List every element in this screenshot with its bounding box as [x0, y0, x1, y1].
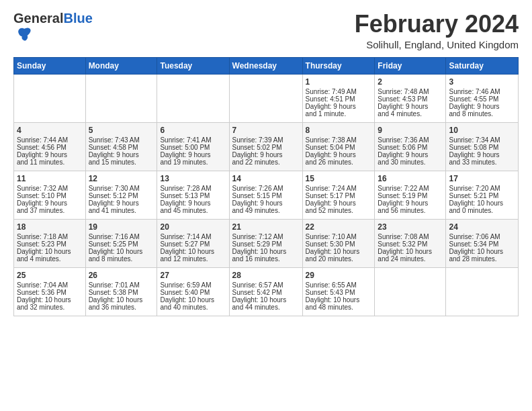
- calendar-cell: 16Sunrise: 7:22 AMSunset: 5:19 PMDayligh…: [375, 171, 446, 219]
- day-info: Sunset: 5:25 PM: [89, 240, 154, 248]
- day-info: Daylight: 10 hours: [232, 296, 300, 304]
- day-number: 18: [17, 222, 83, 232]
- day-info: Sunrise: 6:57 AM: [232, 281, 300, 289]
- day-info: Sunrise: 7:46 AM: [449, 88, 515, 95]
- calendar-cell: 24Sunrise: 7:06 AMSunset: 5:34 PMDayligh…: [446, 219, 519, 267]
- day-info: Daylight: 9 hours: [378, 199, 443, 207]
- calendar-cell: 2Sunrise: 7:48 AMSunset: 4:53 PMDaylight…: [375, 74, 446, 122]
- calendar-cell: 23Sunrise: 7:08 AMSunset: 5:32 PMDayligh…: [375, 219, 446, 267]
- day-info: Daylight: 9 hours: [306, 199, 372, 207]
- day-info: Sunrise: 7:44 AM: [17, 136, 83, 144]
- day-info: Sunset: 5:27 PM: [160, 240, 226, 248]
- calendar-body: 1Sunrise: 7:49 AMSunset: 4:51 PMDaylight…: [14, 74, 519, 316]
- calendar-cell: 1Sunrise: 7:49 AMSunset: 4:51 PMDaylight…: [302, 74, 375, 122]
- day-info: Daylight: 10 hours: [378, 248, 443, 255]
- day-number: 22: [306, 222, 372, 232]
- day-number: 8: [306, 126, 372, 135]
- day-info: Daylight: 10 hours: [160, 248, 226, 255]
- calendar-cell: 10Sunrise: 7:34 AMSunset: 5:08 PMDayligh…: [446, 122, 519, 171]
- calendar-cell: [375, 267, 446, 316]
- calendar-cell: 11Sunrise: 7:32 AMSunset: 5:10 PMDayligh…: [14, 171, 86, 219]
- calendar-cell: 17Sunrise: 7:20 AMSunset: 5:21 PMDayligh…: [446, 171, 519, 219]
- calendar-cell: 6Sunrise: 7:41 AMSunset: 5:00 PMDaylight…: [157, 122, 229, 171]
- logo-bird-icon: [15, 26, 34, 44]
- calendar-cell: 28Sunrise: 6:57 AMSunset: 5:42 PMDayligh…: [229, 267, 302, 316]
- day-number: 13: [160, 174, 226, 183]
- calendar-cell: 8Sunrise: 7:38 AMSunset: 5:04 PMDaylight…: [302, 122, 375, 171]
- calendar-header: SundayMondayTuesdayWednesdayThursdayFrid…: [14, 57, 519, 74]
- day-number: 15: [306, 174, 372, 183]
- day-number: 12: [89, 174, 154, 183]
- day-number: 11: [17, 174, 83, 183]
- calendar-cell: 9Sunrise: 7:36 AMSunset: 5:06 PMDaylight…: [375, 122, 446, 171]
- day-info: Sunrise: 7:12 AM: [232, 233, 300, 240]
- calendar-cell: [446, 267, 519, 316]
- day-number: 14: [232, 174, 300, 183]
- page-header: GeneralBlue February 2024 Solihull, Engl…: [13, 11, 519, 50]
- day-info: and 0 minutes.: [449, 207, 515, 214]
- day-info: and 15 minutes.: [89, 158, 154, 166]
- day-number: 17: [449, 174, 515, 183]
- day-info: and 44 minutes.: [232, 304, 300, 311]
- day-info: and 32 minutes.: [17, 304, 83, 311]
- header-day-wednesday: Wednesday: [229, 57, 302, 74]
- day-info: Sunrise: 7:10 AM: [306, 233, 372, 240]
- day-info: and 45 minutes.: [160, 207, 226, 214]
- calendar-cell: 25Sunrise: 7:04 AMSunset: 5:36 PMDayligh…: [14, 267, 86, 316]
- day-info: Daylight: 10 hours: [89, 296, 154, 304]
- day-info: Daylight: 10 hours: [89, 248, 154, 255]
- day-number: 7: [232, 126, 300, 135]
- day-info: Daylight: 9 hours: [17, 199, 83, 207]
- calendar-cell: 19Sunrise: 7:16 AMSunset: 5:25 PMDayligh…: [85, 219, 157, 267]
- day-number: 27: [160, 271, 226, 280]
- day-info: Daylight: 9 hours: [306, 151, 372, 158]
- day-info: Daylight: 10 hours: [449, 248, 515, 255]
- day-info: Sunset: 5:40 PM: [160, 289, 226, 296]
- calendar-cell: [157, 74, 229, 122]
- day-info: Sunrise: 7:28 AM: [160, 185, 226, 192]
- day-info: and 16 minutes.: [232, 255, 300, 263]
- day-info: Daylight: 10 hours: [232, 248, 300, 255]
- day-info: Sunrise: 7:14 AM: [160, 233, 226, 240]
- day-number: 20: [160, 222, 226, 232]
- day-info: Sunset: 5:21 PM: [449, 192, 515, 199]
- day-info: Sunrise: 7:16 AM: [89, 233, 154, 240]
- day-number: 3: [449, 77, 515, 87]
- day-info: Sunrise: 7:20 AM: [449, 185, 515, 192]
- day-info: Daylight: 9 hours: [378, 103, 443, 110]
- day-info: Sunset: 5:04 PM: [306, 144, 372, 151]
- location: Solihull, England, United Kingdom: [355, 39, 519, 50]
- calendar-cell: [85, 74, 157, 122]
- day-info: Sunset: 4:51 PM: [306, 95, 372, 103]
- day-info: Daylight: 9 hours: [232, 151, 300, 158]
- day-info: Daylight: 9 hours: [449, 103, 515, 110]
- day-info: Daylight: 10 hours: [17, 296, 83, 304]
- day-info: Sunrise: 7:24 AM: [306, 185, 372, 192]
- day-info: Sunset: 5:10 PM: [17, 192, 83, 199]
- day-info: and 28 minutes.: [449, 255, 515, 263]
- logo-text: GeneralBlue: [13, 11, 93, 26]
- day-info: Sunrise: 7:34 AM: [449, 136, 515, 144]
- day-info: and 4 minutes.: [17, 255, 83, 263]
- calendar-cell: [14, 74, 86, 122]
- header-day-sunday: Sunday: [14, 57, 86, 74]
- day-info: Sunset: 5:19 PM: [378, 192, 443, 199]
- day-number: 4: [17, 126, 83, 135]
- day-number: 10: [449, 126, 515, 135]
- day-number: 25: [17, 271, 83, 280]
- calendar-cell: 7Sunrise: 7:39 AMSunset: 5:02 PMDaylight…: [229, 122, 302, 171]
- day-number: 1: [306, 77, 372, 87]
- calendar-table: SundayMondayTuesdayWednesdayThursdayFrid…: [13, 57, 519, 316]
- week-row-2: 11Sunrise: 7:32 AMSunset: 5:10 PMDayligh…: [14, 171, 519, 219]
- day-number: 29: [306, 271, 372, 280]
- day-info: and 56 minutes.: [378, 207, 443, 214]
- day-info: Sunset: 5:42 PM: [232, 289, 300, 296]
- day-info: Sunset: 5:15 PM: [232, 192, 300, 199]
- day-number: 5: [89, 126, 154, 135]
- calendar-cell: 15Sunrise: 7:24 AMSunset: 5:17 PMDayligh…: [302, 171, 375, 219]
- day-info: Sunset: 5:13 PM: [160, 192, 226, 199]
- day-info: Sunrise: 7:36 AM: [378, 136, 443, 144]
- day-info: Sunset: 5:30 PM: [306, 240, 372, 248]
- week-row-1: 4Sunrise: 7:44 AMSunset: 4:56 PMDaylight…: [14, 122, 519, 171]
- header-day-tuesday: Tuesday: [157, 57, 229, 74]
